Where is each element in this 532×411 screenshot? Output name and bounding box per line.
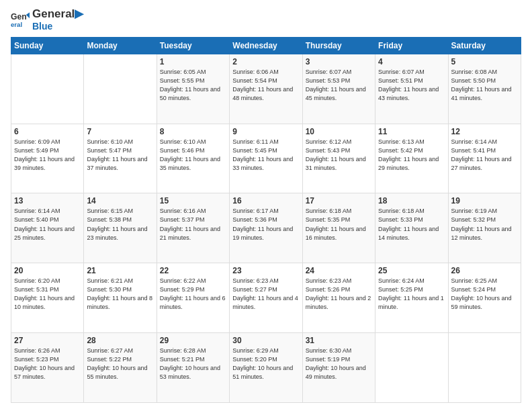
day-number: 5 (451, 57, 518, 66)
calendar-cell: 29Sunrise: 6:28 AM Sunset: 5:21 PM Dayli… (157, 333, 229, 403)
calendar-cell: 13Sunrise: 6:14 AM Sunset: 5:40 PM Dayli… (11, 193, 84, 263)
day-number: 12 (451, 127, 518, 136)
calendar-cell: 11Sunrise: 6:13 AM Sunset: 5:42 PM Dayli… (375, 124, 448, 193)
day-number: 15 (160, 196, 226, 205)
day-detail: Sunrise: 6:16 AM Sunset: 5:37 PM Dayligh… (160, 207, 226, 242)
day-number: 17 (306, 196, 372, 205)
day-detail: Sunrise: 6:12 AM Sunset: 5:43 PM Dayligh… (306, 138, 372, 173)
day-number: 27 (14, 336, 81, 345)
day-detail: Sunrise: 6:10 AM Sunset: 5:46 PM Dayligh… (160, 138, 226, 173)
calendar-cell: 20Sunrise: 6:20 AM Sunset: 5:31 PM Dayli… (11, 263, 84, 333)
day-detail: Sunrise: 6:10 AM Sunset: 5:47 PM Dayligh… (87, 138, 153, 173)
page: Gen eral General▶ Blue SundayMondayTuesd… (0, 0, 532, 411)
day-number: 4 (378, 57, 445, 66)
day-number: 21 (87, 266, 153, 275)
day-detail: Sunrise: 6:09 AM Sunset: 5:49 PM Dayligh… (14, 138, 81, 173)
day-number: 10 (306, 127, 372, 136)
day-detail: Sunrise: 6:26 AM Sunset: 5:23 PM Dayligh… (14, 347, 81, 381)
day-detail: Sunrise: 6:14 AM Sunset: 5:41 PM Dayligh… (451, 138, 518, 173)
calendar-cell: 5Sunrise: 6:08 AM Sunset: 5:50 PM Daylig… (448, 54, 521, 124)
calendar-cell: 14Sunrise: 6:15 AM Sunset: 5:38 PM Dayli… (84, 193, 157, 263)
day-number: 23 (232, 266, 299, 275)
day-detail: Sunrise: 6:13 AM Sunset: 5:42 PM Dayligh… (378, 138, 445, 173)
calendar-cell: 16Sunrise: 6:17 AM Sunset: 5:36 PM Dayli… (230, 193, 302, 263)
day-number: 11 (378, 127, 445, 136)
day-number: 9 (232, 127, 299, 136)
day-number: 22 (160, 266, 226, 275)
day-detail: Sunrise: 6:18 AM Sunset: 5:35 PM Dayligh… (306, 207, 372, 242)
day-number: 26 (451, 266, 518, 275)
calendar-cell: 17Sunrise: 6:18 AM Sunset: 5:35 PM Dayli… (302, 193, 375, 263)
day-detail: Sunrise: 6:23 AM Sunset: 5:26 PM Dayligh… (306, 277, 372, 312)
calendar-cell: 7Sunrise: 6:10 AM Sunset: 5:47 PM Daylig… (84, 124, 157, 193)
day-detail: Sunrise: 6:15 AM Sunset: 5:38 PM Dayligh… (87, 207, 153, 242)
calendar-cell: 23Sunrise: 6:23 AM Sunset: 5:27 PM Dayli… (230, 263, 302, 333)
day-number: 13 (14, 196, 81, 205)
calendar-cell: 15Sunrise: 6:16 AM Sunset: 5:37 PM Dayli… (157, 193, 229, 263)
day-detail: Sunrise: 6:18 AM Sunset: 5:33 PM Dayligh… (378, 207, 445, 242)
day-detail: Sunrise: 6:07 AM Sunset: 5:53 PM Dayligh… (306, 68, 372, 103)
day-detail: Sunrise: 6:20 AM Sunset: 5:31 PM Dayligh… (14, 277, 81, 312)
calendar-cell: 21Sunrise: 6:21 AM Sunset: 5:30 PM Dayli… (84, 263, 157, 333)
day-number: 3 (306, 57, 372, 66)
calendar-cell: 3Sunrise: 6:07 AM Sunset: 5:53 PM Daylig… (302, 54, 375, 124)
calendar-cell: 24Sunrise: 6:23 AM Sunset: 5:26 PM Dayli… (302, 263, 375, 333)
weekday-header-thursday: Thursday (302, 37, 375, 54)
day-number: 28 (87, 336, 153, 345)
day-detail: Sunrise: 6:08 AM Sunset: 5:50 PM Dayligh… (451, 68, 518, 103)
day-detail: Sunrise: 6:23 AM Sunset: 5:27 PM Dayligh… (232, 277, 299, 312)
calendar-cell: 8Sunrise: 6:10 AM Sunset: 5:46 PM Daylig… (157, 124, 229, 193)
calendar-cell: 26Sunrise: 6:25 AM Sunset: 5:24 PM Dayli… (448, 263, 521, 333)
calendar-cell: 2Sunrise: 6:06 AM Sunset: 5:54 PM Daylig… (230, 54, 302, 124)
day-number: 24 (306, 266, 372, 275)
week-row-2: 6Sunrise: 6:09 AM Sunset: 5:49 PM Daylig… (11, 124, 521, 193)
svg-text:eral: eral (11, 21, 22, 28)
calendar-cell: 10Sunrise: 6:12 AM Sunset: 5:43 PM Dayli… (302, 124, 375, 193)
calendar-cell: 30Sunrise: 6:29 AM Sunset: 5:20 PM Dayli… (230, 333, 302, 403)
weekday-header-row: SundayMondayTuesdayWednesdayThursdayFrid… (11, 37, 521, 54)
day-number: 30 (232, 336, 299, 345)
day-number: 19 (451, 196, 518, 205)
day-number: 8 (160, 127, 226, 136)
day-detail: Sunrise: 6:17 AM Sunset: 5:36 PM Dayligh… (232, 207, 299, 242)
day-detail: Sunrise: 6:25 AM Sunset: 5:24 PM Dayligh… (451, 277, 518, 312)
day-detail: Sunrise: 6:19 AM Sunset: 5:32 PM Dayligh… (451, 207, 518, 242)
calendar-cell (84, 54, 157, 124)
calendar-cell: 12Sunrise: 6:14 AM Sunset: 5:41 PM Dayli… (448, 124, 521, 193)
day-detail: Sunrise: 6:05 AM Sunset: 5:55 PM Dayligh… (160, 68, 226, 103)
week-row-4: 20Sunrise: 6:20 AM Sunset: 5:31 PM Dayli… (11, 263, 521, 333)
day-number: 31 (306, 336, 372, 345)
day-number: 29 (160, 336, 226, 345)
weekday-header-monday: Monday (84, 37, 157, 54)
day-detail: Sunrise: 6:14 AM Sunset: 5:40 PM Dayligh… (14, 207, 81, 242)
calendar-cell: 9Sunrise: 6:11 AM Sunset: 5:45 PM Daylig… (230, 124, 302, 193)
weekday-header-sunday: Sunday (11, 37, 84, 54)
calendar-cell: 18Sunrise: 6:18 AM Sunset: 5:33 PM Dayli… (375, 193, 448, 263)
day-number: 14 (87, 196, 153, 205)
day-number: 18 (378, 196, 445, 205)
weekday-header-saturday: Saturday (448, 37, 521, 54)
day-number: 1 (160, 57, 226, 66)
day-number: 6 (14, 127, 81, 136)
day-detail: Sunrise: 6:29 AM Sunset: 5:20 PM Dayligh… (232, 347, 299, 381)
calendar-cell: 19Sunrise: 6:19 AM Sunset: 5:32 PM Dayli… (448, 193, 521, 263)
day-number: 20 (14, 266, 81, 275)
calendar-cell: 6Sunrise: 6:09 AM Sunset: 5:49 PM Daylig… (11, 124, 84, 193)
calendar-cell: 4Sunrise: 6:07 AM Sunset: 5:51 PM Daylig… (375, 54, 448, 124)
calendar-cell: 1Sunrise: 6:05 AM Sunset: 5:55 PM Daylig… (157, 54, 229, 124)
calendar-cell: 22Sunrise: 6:22 AM Sunset: 5:29 PM Dayli… (157, 263, 229, 333)
day-detail: Sunrise: 6:24 AM Sunset: 5:25 PM Dayligh… (378, 277, 445, 312)
calendar-cell: 28Sunrise: 6:27 AM Sunset: 5:22 PM Dayli… (84, 333, 157, 403)
day-number: 16 (232, 196, 299, 205)
logo: Gen eral General▶ Blue (11, 8, 83, 32)
weekday-header-wednesday: Wednesday (230, 37, 302, 54)
weekday-header-friday: Friday (375, 37, 448, 54)
day-number: 2 (232, 57, 299, 66)
day-detail: Sunrise: 6:07 AM Sunset: 5:51 PM Dayligh… (378, 68, 445, 103)
logo-icon: Gen eral (11, 10, 30, 29)
day-detail: Sunrise: 6:28 AM Sunset: 5:21 PM Dayligh… (160, 347, 226, 381)
calendar-cell (375, 333, 448, 403)
day-detail: Sunrise: 6:11 AM Sunset: 5:45 PM Dayligh… (232, 138, 299, 173)
week-row-3: 13Sunrise: 6:14 AM Sunset: 5:40 PM Dayli… (11, 193, 521, 263)
day-detail: Sunrise: 6:30 AM Sunset: 5:19 PM Dayligh… (306, 347, 372, 381)
